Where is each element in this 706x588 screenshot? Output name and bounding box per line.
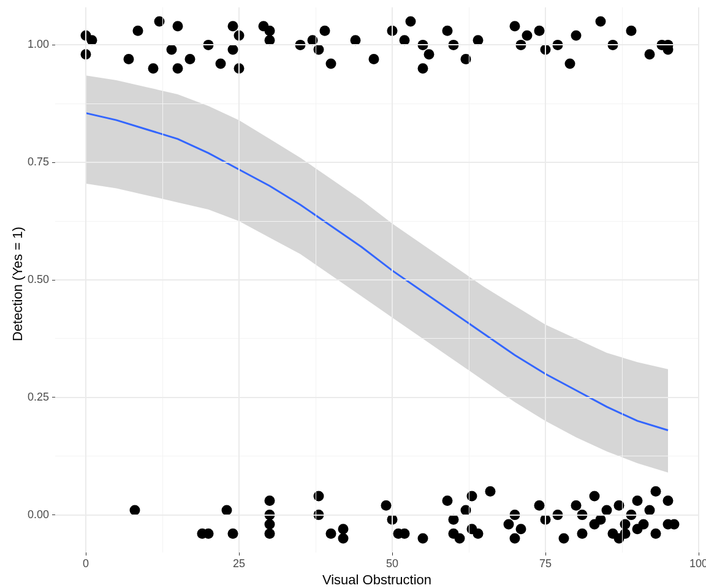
data-point — [663, 45, 674, 55]
data-point — [522, 31, 533, 41]
data-point — [265, 496, 275, 506]
y-tick — [52, 514, 55, 515]
data-point — [148, 63, 159, 74]
data-point — [265, 529, 275, 539]
gridline-h-major — [55, 279, 699, 281]
data-point — [639, 519, 649, 529]
data-point — [504, 519, 514, 529]
x-tick — [392, 552, 393, 556]
data-point — [133, 26, 143, 36]
data-point — [154, 17, 165, 27]
data-point — [632, 496, 643, 506]
y-tick-label: 1.00 — [28, 38, 49, 51]
confidence-ribbon — [86, 75, 668, 472]
y-tick — [52, 45, 55, 45]
y-tick-label: 0.75 — [28, 156, 49, 168]
data-point — [669, 519, 680, 529]
data-point — [326, 59, 336, 69]
x-tick — [86, 552, 86, 556]
x-tick-label: 50 — [380, 557, 404, 570]
y-tick — [52, 162, 55, 163]
plot-svg — [0, 0, 706, 588]
data-point — [338, 533, 349, 543]
gridline-h-minor — [55, 456, 699, 456]
data-point — [406, 17, 416, 27]
data-point — [418, 533, 428, 543]
data-point — [596, 17, 606, 27]
data-point — [626, 26, 637, 36]
data-point — [510, 21, 520, 31]
data-point — [124, 54, 134, 64]
data-point — [326, 529, 336, 539]
x-tick-label: 100 — [686, 557, 706, 570]
y-tick-label: 0.00 — [28, 508, 49, 521]
data-point — [228, 45, 238, 55]
data-point — [167, 45, 177, 55]
data-point — [559, 533, 569, 543]
x-tick — [545, 552, 546, 556]
data-point — [369, 54, 379, 64]
data-point — [449, 514, 459, 525]
data-point — [645, 49, 655, 59]
data-point — [203, 529, 214, 539]
data-point — [381, 500, 392, 511]
data-point — [185, 54, 195, 64]
data-point — [216, 59, 226, 69]
data-point — [338, 524, 349, 534]
data-point — [418, 63, 428, 74]
data-point — [565, 59, 575, 69]
gridline-h-major — [55, 44, 699, 45]
data-point — [265, 519, 275, 529]
y-tick — [52, 280, 55, 281]
gridline-h-minor — [55, 221, 699, 222]
x-tick-label: 25 — [227, 557, 251, 570]
gridline-h-major — [55, 397, 699, 398]
data-point — [571, 500, 582, 511]
y-tick-label: 0.25 — [28, 391, 49, 404]
gridline-h-major — [55, 162, 699, 163]
data-point — [485, 486, 496, 497]
data-point — [651, 486, 661, 497]
data-point — [577, 529, 588, 539]
gridline-h-major — [55, 514, 699, 516]
data-point — [173, 63, 183, 74]
data-point — [455, 533, 465, 543]
data-point — [320, 26, 330, 36]
gridline-h-minor — [55, 104, 699, 104]
data-point — [442, 26, 453, 36]
data-point — [265, 26, 275, 36]
data-point — [173, 21, 183, 31]
data-point — [596, 514, 606, 525]
x-tick-label: 0 — [74, 557, 98, 570]
data-point — [534, 26, 545, 36]
data-point — [651, 529, 661, 539]
data-point — [228, 529, 238, 539]
y-tick-label: 0.50 — [28, 273, 49, 286]
data-point — [424, 49, 435, 59]
data-point — [510, 533, 520, 543]
x-tick-label: 75 — [533, 557, 558, 570]
y-tick — [52, 397, 55, 398]
x-tick — [699, 552, 699, 556]
data-point — [461, 54, 471, 64]
data-point — [614, 500, 624, 511]
chart-stage: Detection (Yes = 1) Visual Obstruction 0… — [0, 0, 706, 588]
data-point — [516, 524, 526, 534]
data-point — [571, 31, 582, 41]
x-tick — [239, 552, 240, 556]
data-point — [590, 491, 600, 501]
data-point — [534, 500, 545, 511]
gridline-h-minor — [55, 338, 699, 339]
data-point — [473, 529, 484, 539]
data-point — [663, 496, 674, 506]
data-point — [228, 21, 238, 31]
data-point — [442, 496, 453, 506]
data-point — [400, 529, 410, 539]
